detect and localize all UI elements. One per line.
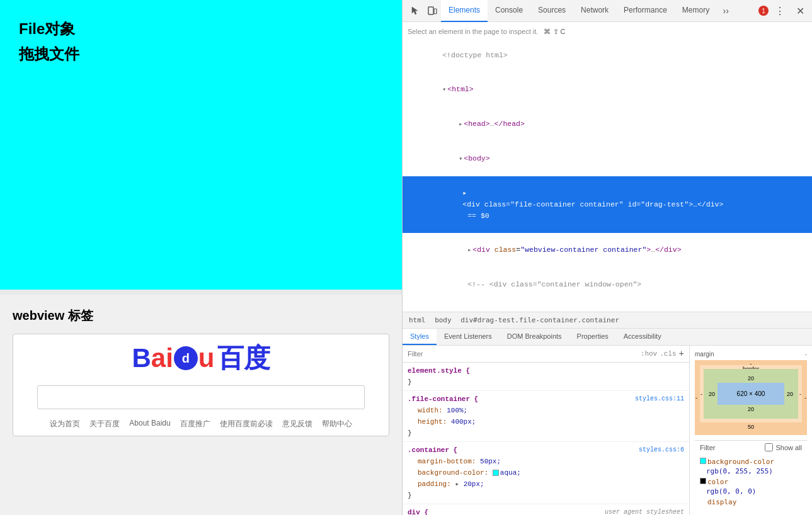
show-all-label: Show all [775, 444, 802, 451]
baidu-links: 设为首页 关于百度 About Baidu 百度推广 使用百度前必读 意见反馈 … [50, 419, 352, 429]
html-line-body[interactable]: <body> [403, 142, 812, 176]
css-prop-margin-bottom: margin-bottom: 50px; [408, 456, 684, 467]
browser-content: File对象 拖拽文件 webview 标签 B ai d u 百度 设 [0, 0, 402, 515]
styles-content-area: :hov .cls + element.style { } [403, 346, 812, 515]
devtools-bottom: html body div#drag-test.file-container.c… [403, 312, 812, 515]
css-rule-element-style: element.style { } [403, 363, 689, 391]
head-triangle [459, 121, 462, 128]
computed-color-value: rgb(0, 0, 0) [695, 487, 807, 497]
baidu-link-feedback[interactable]: 意见反馈 [282, 419, 312, 429]
tab-network[interactable]: Network [573, 0, 616, 22]
baidu-link-help[interactable]: 帮助中心 [322, 419, 352, 429]
file-section: File对象 拖拽文件 [0, 0, 402, 290]
computed-item-display: display [695, 497, 807, 507]
tab-event-listeners[interactable]: Event Listeners [437, 329, 500, 345]
breadcrumb-body[interactable]: body [435, 316, 452, 324]
html-line-webview-container[interactable]: <div class="webview-container container"… [403, 233, 812, 268]
show-all-checkbox[interactable] [765, 443, 773, 451]
tab-styles[interactable]: Styles [403, 329, 437, 345]
styles-tabs: Styles Event Listeners DOM Breakpoints P… [403, 329, 812, 346]
css-prop-height: height: 400px; [408, 416, 684, 427]
padding-box: 20 20 620 × 400 20 20 [704, 369, 798, 419]
aqua-swatch [493, 470, 499, 476]
computed-filter-panel: Filter Show all [695, 440, 807, 454]
file-title-2: 拖拽文件 [19, 44, 383, 64]
css-rule-close-2: } [408, 427, 684, 439]
show-all-row: Show all [765, 443, 802, 451]
devtools-panel: Elements Console Sources Network Perform… [402, 0, 812, 515]
devtools-toolbar: Elements Console Sources Network Perform… [403, 0, 812, 22]
css-rule-div-ua: div { user agent stylesheet display: blo… [403, 504, 689, 515]
webview-label: webview 标签 [13, 307, 389, 324]
tab-properties[interactable]: Properties [569, 329, 616, 345]
webview-section: webview 标签 B ai d u 百度 设为首页 关于百度 About B… [0, 295, 402, 515]
elements-panel: Select an element in the page to inspect… [403, 22, 812, 312]
tab-sources[interactable]: Sources [530, 0, 573, 22]
baidu-search-input[interactable] [37, 385, 365, 409]
keyboard-shortcuts: ⌘ ⇧ C [544, 28, 565, 35]
tab-elements[interactable]: Elements [441, 0, 488, 22]
webview-triangle [467, 247, 471, 254]
styles-panel: :hov .cls + element.style { } [403, 346, 689, 515]
margin-label: margin [695, 351, 714, 358]
device-toolbar-button[interactable] [423, 2, 441, 20]
css-div-header: div { user agent stylesheet [408, 507, 684, 515]
tab-console[interactable]: Console [488, 0, 530, 22]
content-size: 620 × 400 [737, 390, 765, 397]
cls-button[interactable]: .cls [660, 348, 676, 359]
more-tabs-button[interactable]: ›› [717, 2, 735, 20]
file-title-1: File对象 [19, 19, 383, 39]
css-source-file-container[interactable]: styles.css:11 [635, 393, 684, 405]
error-count: 1 [758, 6, 769, 16]
css-source-container[interactable]: styles.css:6 [639, 444, 684, 456]
webview-content: B ai d u 百度 设为首页 关于百度 About Baidu 百度推广 使… [13, 334, 389, 436]
html-line-comment-open[interactable]: <!-- <div class="container window-open"> [403, 268, 812, 302]
svg-rect-0 [428, 7, 433, 14]
breadcrumb-html[interactable]: html [409, 316, 426, 324]
box-model-panel: margin - - - - border - - [689, 346, 812, 515]
select-element-text: Select an element in the page to inspect… [408, 28, 538, 35]
css-rule-container: .container { styles.css:6 margin-bottom:… [403, 442, 689, 504]
padding-right: 20 [787, 391, 793, 397]
styles-filter-input[interactable] [408, 350, 638, 358]
tab-accessibility[interactable]: Accessibility [616, 329, 669, 345]
tab-performance[interactable]: Performance [616, 0, 675, 22]
margin-box: - - - border - - 20 20 [695, 360, 807, 435]
baidu-link-terms[interactable]: 使用百度前必读 [220, 419, 273, 429]
main-layout: File对象 拖拽文件 webview 标签 B ai d u 百度 设 [0, 0, 812, 515]
html-line-div-selected[interactable]: ▸ <div class="file-container container" … [403, 176, 812, 233]
html-line-h2[interactable]: <h2>window.open</h2> [403, 302, 812, 312]
html-line-doctype[interactable]: <!doctype html> [403, 38, 812, 72]
css-prop-background-color: background-color: aqua; [408, 467, 684, 478]
css-selector-element: element.style { [408, 365, 684, 376]
padding-top: 20 [748, 375, 754, 382]
user-agent-label: user agent stylesheet [605, 507, 684, 515]
close-devtools-button[interactable]: ✕ [791, 2, 809, 20]
filter-row: Filter Show all [700, 443, 802, 451]
styles-filter-bar: :hov .cls + [403, 346, 689, 363]
bgcolor-swatch [700, 458, 706, 464]
css-prop-width: width: 100%; [408, 405, 684, 416]
error-badge: 1 [758, 6, 769, 16]
baidu-link-about[interactable]: 关于百度 [89, 419, 120, 429]
html-line-head[interactable]: <head>…</head> [403, 107, 812, 142]
css-prop-padding: padding: ▸ 20px; [408, 478, 684, 490]
tab-dom-breakpoints[interactable]: DOM Breakpoints [500, 329, 569, 345]
computed-item-bgcolor: background-color [695, 456, 807, 467]
cursor-icon [409, 6, 420, 16]
add-style-button[interactable]: + [679, 348, 684, 359]
computed-item-color: color [695, 477, 807, 487]
tab-memory[interactable]: Memory [675, 0, 717, 22]
separator [0, 290, 402, 295]
baidu-logo: B ai d u 百度 [132, 341, 270, 376]
baidu-link-about-en[interactable]: About Baidu [129, 419, 170, 429]
html-line-html-open[interactable]: <html> [403, 72, 812, 107]
hov-button[interactable]: :hov [641, 348, 657, 359]
inspect-element-button[interactable] [406, 2, 423, 20]
css-rule-close-3: } [408, 490, 684, 501]
baidu-link-homepage[interactable]: 设为首页 [50, 419, 80, 429]
baidu-link-promo[interactable]: 百度推广 [180, 419, 210, 429]
settings-button[interactable]: ⋮ [771, 2, 789, 20]
computed-list: background-color rgb(0, 255, 255) color … [695, 456, 807, 507]
breadcrumb-div[interactable]: div#drag-test.file-container.container [460, 316, 619, 324]
